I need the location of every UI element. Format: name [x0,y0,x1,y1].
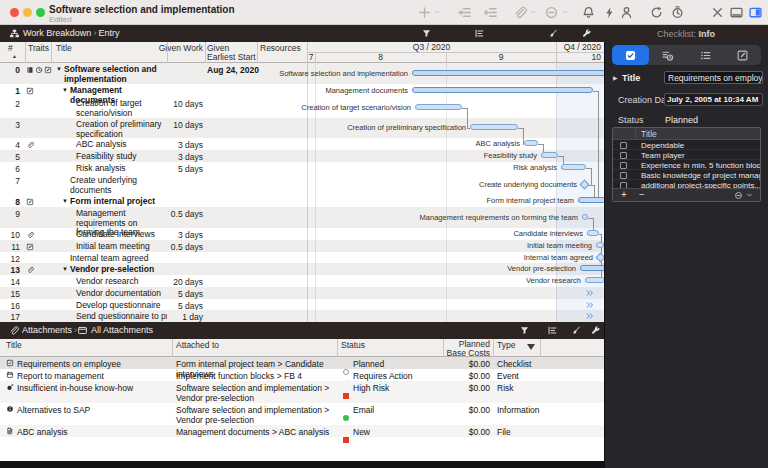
delete-button[interactable] [544,5,559,20]
attachments-breadcrumb-section[interactable]: Attachments [22,325,72,335]
timeline-month-8: 8 [315,53,446,62]
row-title: Vendor pre-selection [70,265,167,275]
gantt-task-bar[interactable] [596,242,604,248]
delete-menu-button[interactable] [561,8,576,23]
add-menu-button[interactable] [433,8,448,23]
attachments-breadcrumb[interactable]: Attachments› [22,325,79,335]
sync-button[interactable] [649,5,664,20]
gantt-summary-bar[interactable] [578,197,604,203]
type-filter-icon[interactable] [527,344,535,350]
disclosure-triangle-icon[interactable]: ▼ [62,198,68,204]
gantt-task-bar[interactable] [541,152,558,158]
checkbox[interactable] [620,142,627,149]
style-icon[interactable] [570,325,581,336]
gantt-task-bar[interactable] [524,140,538,146]
attachment-row[interactable]: Insufficient in-house know-howSoftware s… [0,381,604,403]
zoom-window-button[interactable] [36,8,45,17]
tab-notes[interactable] [724,45,761,65]
filter-icon[interactable] [519,325,530,336]
checkbox[interactable] [620,152,627,159]
gantt-overflow-icon[interactable] [585,311,595,321]
attachment-row[interactable]: Report to managementImplement function b… [0,369,604,381]
checkbox[interactable] [620,162,627,169]
att-col-title[interactable]: Title [6,341,22,350]
breadcrumb-mode[interactable]: Entry [98,28,119,38]
item-actions-menu[interactable] [734,191,754,200]
column-header-num[interactable]: # [8,44,13,53]
gantt-summary-bar[interactable] [412,87,593,93]
remove-item-button[interactable]: − [639,189,645,200]
indent-button[interactable] [457,5,472,20]
attach-button[interactable] [512,5,527,20]
column-header-given-work[interactable]: Given Work [150,44,203,53]
tab-lists[interactable] [687,45,724,65]
outline-format-icon[interactable] [474,28,485,39]
view-settings-icon[interactable] [581,28,592,39]
gantt-task-bar[interactable] [561,164,586,170]
filter-icon[interactable] [421,28,432,39]
att-col-planned-base-costs[interactable]: PlannedBase Costs [400,340,490,357]
outdent-button[interactable] [483,5,498,20]
wbs-row[interactable]: 14Vendor research20 days [0,275,604,287]
attachment-attached-to: Software selection and implementation > … [176,405,334,425]
minimize-window-button[interactable] [23,8,32,17]
gantt-summary-bar[interactable] [580,265,604,271]
style-icon[interactable] [547,28,558,39]
wbs-row[interactable]: 11Initial team meeting0.5 days [0,240,604,252]
tab-schedule[interactable] [649,45,686,65]
attachment-row[interactable]: ABC analysisManagement documents > ABC a… [0,425,604,437]
column-header-given-earliest-start[interactable]: Given Earliest Start [207,44,257,62]
wbs-row[interactable]: 12Internal team agreed [0,252,604,263]
column-header-traits[interactable]: Traits [28,44,49,53]
attachments-breadcrumb-view[interactable]: All Attachments [91,325,153,335]
outline-format-icon[interactable] [547,325,558,336]
inspector-title-input[interactable]: Requirements on employee [664,71,763,84]
inspector-creation-date-field[interactable]: July 2, 2005 at 10:34 AM [664,93,763,106]
close-window-button[interactable] [10,8,19,17]
wbs-row[interactable]: 17Send questionnaire to pre-1 day [0,310,604,322]
add-item-button[interactable]: + [621,189,627,200]
add-button[interactable] [417,5,432,20]
gantt-task-bar[interactable] [415,104,462,110]
att-col-attached-to[interactable]: Attached to [176,341,219,350]
gantt-summary-bar[interactable] [412,70,604,76]
toggle-bottom-panel-button[interactable] [729,5,744,20]
time-tracking-button[interactable] [670,5,685,20]
breadcrumb[interactable]: Work Breakdown›Entry [23,28,119,38]
view-settings-icon[interactable] [590,325,601,336]
timeline-month-9: 9 [446,53,556,62]
gantt-task-bar[interactable] [470,124,518,130]
gantt-bar-label: ABC analysis [475,140,520,148]
checklist-item[interactable]: Basic knowledge of project management [613,170,760,180]
gantt-task-bar[interactable] [582,214,588,220]
checkbox[interactable] [620,172,627,179]
disclosure-triangle-icon[interactable]: ▼ [62,266,68,272]
checklist-item[interactable]: Team player [613,150,760,160]
attachment-row[interactable]: Requirements on employeeForm internal pr… [0,357,604,369]
attach-menu-button[interactable] [529,8,544,23]
checklist-col-title[interactable]: Title [641,129,657,139]
att-col-status[interactable]: Status [341,341,365,350]
toggle-right-panel-button[interactable] [748,5,763,20]
att-col-type[interactable]: Type [497,341,515,350]
disclosure-triangle-icon[interactable]: ▶ [613,74,618,81]
disclosure-triangle-icon[interactable]: ▼ [56,66,62,72]
gantt-task-bar[interactable] [587,230,599,236]
breadcrumb-view[interactable]: Work Breakdown [23,28,91,38]
attachment-row[interactable]: Alternatives to SAPSoftware selection an… [0,403,604,425]
tools-button[interactable] [710,5,725,20]
contacts-button[interactable] [619,5,634,20]
column-header-resources[interactable]: Resources [260,44,301,53]
checklist-item[interactable]: Dependable [613,140,760,150]
wbs-row[interactable]: 15Vendor documentation5 days [0,287,604,299]
gantt-task-bar[interactable] [585,277,604,283]
tab-checklist[interactable] [612,45,649,65]
gantt-overflow-icon[interactable] [585,288,595,298]
column-header-title[interactable]: Title [56,44,72,53]
disclosure-triangle-icon[interactable]: ▼ [62,87,68,93]
activity-button[interactable] [602,5,617,20]
notifications-button[interactable] [581,5,596,20]
wbs-row[interactable]: 16Develop questionnaire5 days [0,299,604,310]
gantt-overflow-icon[interactable] [585,300,595,310]
checklist-item[interactable]: Experience in min. 5 function blocks [613,160,760,170]
